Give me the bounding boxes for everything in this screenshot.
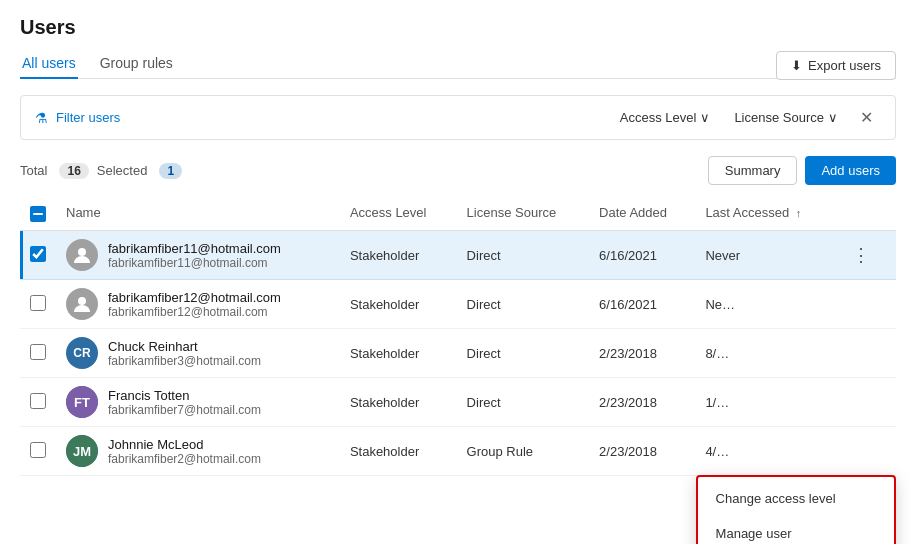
svg-point-1 <box>78 297 86 305</box>
add-users-button[interactable]: Add users <box>805 156 896 185</box>
row5-name-cell: JM Johnnie McLeod fabrikamfiber2@hotmail… <box>56 427 340 476</box>
tab-all-users[interactable]: All users <box>20 49 78 79</box>
filter-controls: Access Level ∨ License Source ∨ ✕ <box>610 104 881 131</box>
avatar: JM <box>66 435 98 467</box>
indeterminate-checkbox[interactable] <box>30 206 46 222</box>
row3-checkbox[interactable] <box>30 344 46 360</box>
user-info: Johnnie McLeod fabrikamfiber2@hotmail.co… <box>108 437 261 466</box>
user-info: Francis Totten fabrikamfiber7@hotmail.co… <box>108 388 261 417</box>
th-name: Name <box>56 195 340 231</box>
svg-text:JM: JM <box>73 444 91 459</box>
row5-access: Stakeholder <box>340 427 457 476</box>
filter-icon: ⚗ <box>35 110 48 126</box>
selected-indicator <box>20 231 23 279</box>
table-row: JM Johnnie McLeod fabrikamfiber2@hotmail… <box>20 427 896 476</box>
avatar <box>66 288 98 320</box>
row3-license: Direct <box>457 329 589 378</box>
avatar: FT <box>66 386 98 418</box>
user-email: fabrikamfiber7@hotmail.com <box>108 403 261 417</box>
row1-date: 6/16/2021 <box>589 231 695 280</box>
summary-button[interactable]: Summary <box>708 156 798 185</box>
total-count-badge: 16 <box>59 163 88 179</box>
sort-asc-icon: ↑ <box>796 207 802 219</box>
license-source-dropdown[interactable]: License Source ∨ <box>724 106 848 129</box>
row4-last: 1/… <box>695 378 835 427</box>
row4-name-cell: FT Francis Totten fabrikamfiber7@hotmail… <box>56 378 340 427</box>
toolbar-right: Summary Add users <box>708 156 896 185</box>
row3-access: Stakeholder <box>340 329 457 378</box>
tabs-bar: All users Group rules ⬇ Export users <box>20 49 896 79</box>
row4-checkbox[interactable] <box>30 393 46 409</box>
table-row: fabrikamfiber11@hotmail.com fabrikamfibe… <box>20 231 896 280</box>
tab-group-rules[interactable]: Group rules <box>98 49 175 79</box>
export-button-container: ⬇ Export users <box>776 51 896 80</box>
context-menu-change-access[interactable]: Change access level <box>698 481 894 516</box>
chevron-down-icon: ∨ <box>828 110 838 125</box>
row1-action: ⋮ <box>836 231 896 280</box>
avatar <box>66 239 98 271</box>
table-header-row: Name Access Level License Source Date Ad… <box>20 195 896 231</box>
table-row: FT Francis Totten fabrikamfiber7@hotmail… <box>20 378 896 427</box>
filter-users-label[interactable]: Filter users <box>56 110 602 125</box>
user-info: fabrikamfiber12@hotmail.com fabrikamfibe… <box>108 290 281 319</box>
row5-date: 2/23/2018 <box>589 427 695 476</box>
table-container: Name Access Level License Source Date Ad… <box>20 195 896 476</box>
th-action <box>836 195 896 231</box>
row1-more-button[interactable]: ⋮ <box>846 240 876 270</box>
selected-count-badge: 1 <box>159 163 182 179</box>
access-level-dropdown[interactable]: Access Level ∨ <box>610 106 721 129</box>
download-icon: ⬇ <box>791 58 802 73</box>
row3-name-cell: CR Chuck Reinhart fabrikamfiber3@hotmail… <box>56 329 340 378</box>
user-email: fabrikamfiber12@hotmail.com <box>108 305 281 319</box>
row1-name-cell: fabrikamfiber11@hotmail.com fabrikamfibe… <box>56 231 340 280</box>
row2-last: Ne… <box>695 280 835 329</box>
user-info: Chuck Reinhart fabrikamfiber3@hotmail.co… <box>108 339 261 368</box>
row1-check-cell <box>20 231 56 280</box>
user-name: Francis Totten <box>108 388 261 403</box>
export-users-button[interactable]: ⬇ Export users <box>776 51 896 80</box>
filter-close-button[interactable]: ✕ <box>852 104 881 131</box>
table-row: CR Chuck Reinhart fabrikamfiber3@hotmail… <box>20 329 896 378</box>
row2-date: 6/16/2021 <box>589 280 695 329</box>
page-title: Users <box>20 16 896 39</box>
row1-checkbox[interactable] <box>30 246 46 262</box>
row5-last: 4/… <box>695 427 835 476</box>
row3-action <box>836 329 896 378</box>
user-name: Chuck Reinhart <box>108 339 261 354</box>
user-cell: JM Johnnie McLeod fabrikamfiber2@hotmail… <box>66 435 330 467</box>
user-cell: fabrikamfiber11@hotmail.com fabrikamfibe… <box>66 239 330 271</box>
row3-check-cell <box>20 329 56 378</box>
row2-name-cell: fabrikamfiber12@hotmail.com fabrikamfibe… <box>56 280 340 329</box>
total-label: Total <box>20 163 47 178</box>
row4-access: Stakeholder <box>340 378 457 427</box>
user-name: fabrikamfiber11@hotmail.com <box>108 241 281 256</box>
th-license-source: License Source <box>457 195 589 231</box>
row2-checkbox[interactable] <box>30 295 46 311</box>
select-all-header[interactable] <box>20 195 56 231</box>
user-cell: fabrikamfiber12@hotmail.com fabrikamfibe… <box>66 288 330 320</box>
row5-checkbox[interactable] <box>30 442 46 458</box>
row4-license: Direct <box>457 378 589 427</box>
row2-check-cell <box>20 280 56 329</box>
user-info: fabrikamfiber11@hotmail.com fabrikamfibe… <box>108 241 281 270</box>
user-email: fabrikamfiber3@hotmail.com <box>108 354 261 368</box>
toolbar: Total 16 Selected 1 Summary Add users <box>20 156 896 185</box>
svg-text:FT: FT <box>74 395 90 410</box>
row2-access: Stakeholder <box>340 280 457 329</box>
row5-check-cell <box>20 427 56 476</box>
row5-action <box>836 427 896 476</box>
row1-license: Direct <box>457 231 589 280</box>
user-email: fabrikamfiber11@hotmail.com <box>108 256 281 270</box>
chevron-down-icon: ∨ <box>700 110 710 125</box>
users-page: Users All users Group rules ⬇ Export use… <box>0 0 916 492</box>
avatar: CR <box>66 337 98 369</box>
selected-label: Selected <box>97 163 148 178</box>
user-name: Johnnie McLeod <box>108 437 261 452</box>
context-menu-manage-user[interactable]: Manage user <box>698 516 894 544</box>
row1-access: Stakeholder <box>340 231 457 280</box>
row1-last: Never <box>695 231 835 280</box>
row4-check-cell <box>20 378 56 427</box>
row4-action <box>836 378 896 427</box>
th-last-accessed[interactable]: Last Accessed ↑ <box>695 195 835 231</box>
th-access-level: Access Level <box>340 195 457 231</box>
